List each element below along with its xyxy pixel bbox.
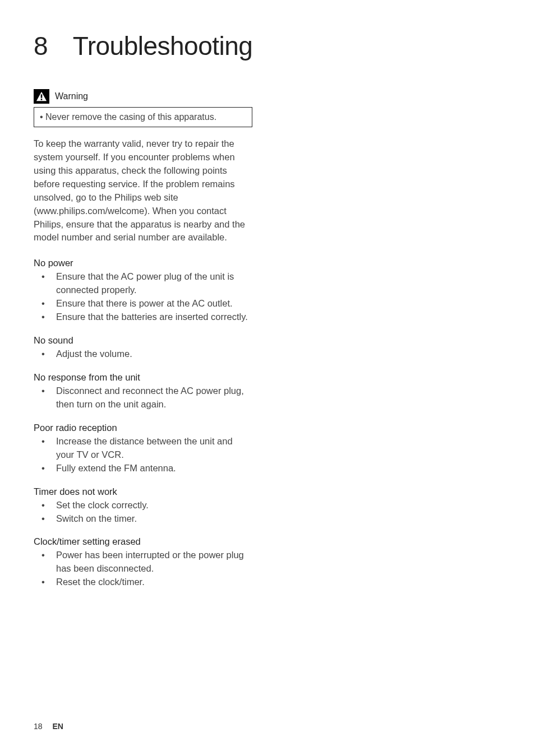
list-item: Set the clock correctly. <box>34 499 252 512</box>
section-heading: No power <box>34 258 252 268</box>
section-heading: No sound <box>34 335 252 346</box>
section: Poor radio receptionIncrease the distanc… <box>34 423 252 475</box>
list-item: Fully extend the FM antenna. <box>34 462 252 475</box>
list-item: Ensure that the batteries are inserted c… <box>34 310 252 324</box>
section-list: Disconnect and reconnect the AC power pl… <box>34 384 252 411</box>
page-number: 18 <box>34 722 43 731</box>
section-list: Ensure that the AC power plug of the uni… <box>34 270 252 324</box>
content-column: Warning • Never remove the casing of thi… <box>34 89 252 589</box>
section: No powerEnsure that the AC power plug of… <box>34 258 252 324</box>
list-item: Reset the clock/timer. <box>34 576 252 589</box>
svg-rect-1 <box>41 99 43 100</box>
warning-icon <box>34 89 49 104</box>
section-list: Increase the distance between the unit a… <box>34 435 252 475</box>
list-item: Power has been interrupted or the power … <box>34 549 252 576</box>
svg-rect-0 <box>41 94 43 98</box>
section-heading: Poor radio reception <box>34 423 252 433</box>
section: Clock/timer setting erasedPower has been… <box>34 536 252 589</box>
warning-header: Warning <box>34 89 252 104</box>
section: Timer does not workSet the clock correct… <box>34 486 252 526</box>
intro-text: To keep the warranty valid, never try to… <box>34 137 252 244</box>
section: No soundAdjust the volume. <box>34 335 252 361</box>
section-list: Set the clock correctly.Switch on the ti… <box>34 499 252 526</box>
section-list: Power has been interrupted or the power … <box>34 549 252 589</box>
section-heading: Timer does not work <box>34 486 252 497</box>
page-language: EN <box>52 722 63 731</box>
warning-box: • Never remove the casing of this appara… <box>34 107 252 127</box>
list-item: Adjust the volume. <box>34 347 252 361</box>
list-item: Disconnect and reconnect the AC power pl… <box>34 384 252 411</box>
list-item: Ensure that the AC power plug of the uni… <box>34 270 252 297</box>
list-item: Switch on the timer. <box>34 512 252 526</box>
section-heading: Clock/timer setting erased <box>34 536 252 547</box>
warning-label: Warning <box>55 91 88 101</box>
section-list: Adjust the volume. <box>34 347 252 361</box>
list-item: Increase the distance between the unit a… <box>34 435 252 462</box>
section-heading: No response from the unit <box>34 372 252 383</box>
page-footer: 18 EN <box>34 722 63 731</box>
page-title: 8 Troubleshooting <box>34 31 501 61</box>
list-item: Ensure that there is power at the AC out… <box>34 297 252 310</box>
section: No response from the unitDisconnect and … <box>34 372 252 411</box>
